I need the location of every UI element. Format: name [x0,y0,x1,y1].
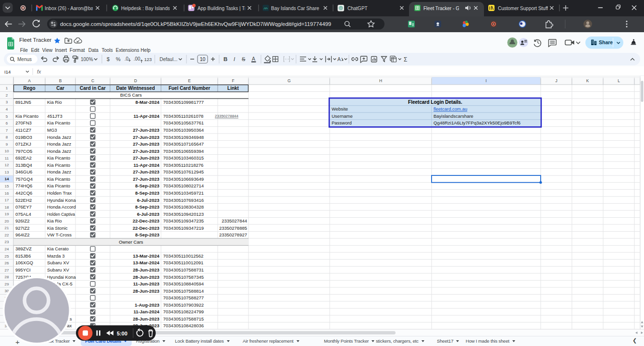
svg-text:927IZ2: 927IZ2 [15,225,30,231]
svg-text:D: D [134,78,137,83]
svg-text:23350278844: 23350278844 [215,114,238,118]
svg-text:22-Dec-2023: 22-Dec-2023 [133,225,159,231]
svg-text:Website: Website [332,106,348,111]
svg-text:22: 22 [5,233,9,237]
svg-text:Honda Jazz: Honda Jazz [47,169,71,174]
svg-text:Qg48Rzi1A6Lty7FPq3a2XYk50Ejo9B: Qg48Rzi1A6Lty7FPq3a2XYk50Ejo9B9Tcf6 [433,120,520,125]
svg-text:7034305107612945: 7034305107612945 [163,169,204,174]
svg-text:27-Jun-2023: 27-Jun-2023 [133,127,160,133]
svg-text:27-Jun-2023: 27-Jun-2023 [133,148,160,154]
svg-text:891JN5: 891JN5 [15,99,31,105]
svg-text:28-Jun-2023: 28-Jun-2023 [133,274,160,280]
svg-text:7034305108840594: 7034305108840594 [163,281,204,286]
svg-text:7034305108304328: 7034305108304328 [163,204,204,210]
svg-text:1: 1 [6,86,8,90]
svg-text:27: 27 [5,268,9,272]
svg-text:Honda Jazz: Honda Jazz [47,141,71,147]
svg-text:7034305109347219: 7034305109347219 [163,225,204,231]
svg-text:7034305110218276: 7034305110218276 [163,162,204,168]
svg-text:28-Jun-2023: 28-Jun-2023 [133,316,160,321]
svg-text:7034305109347235: 7034305109347235 [163,218,204,223]
svg-text:7034305106559394: 7034305106559394 [163,148,204,154]
svg-text:Fleetcard Login Details.: Fleetcard Login Details. [408,99,462,105]
svg-text:3: 3 [6,100,8,104]
svg-text:5: 5 [6,114,8,119]
svg-text:389ZVZ: 389ZVZ [15,246,32,251]
svg-text:Kia Stonic: Kia Stonic [47,225,68,231]
svg-text:4: 4 [6,107,8,111]
svg-text:27-Jun-2023: 27-Jun-2023 [133,155,160,161]
svg-text:7034305109981777: 7034305109981777 [163,99,204,105]
svg-text:26: 26 [5,261,9,265]
svg-text:19: 19 [5,212,9,216]
svg-text:7034305107588277: 7034305107588277 [163,295,204,300]
svg-text:995YCI: 995YCI [15,267,31,272]
svg-text:076EY7: 076EY7 [15,204,32,210]
svg-text:L: L [618,78,620,83]
svg-text:Kia Picanto: Kia Picanto [47,176,70,182]
svg-text:797CO5: 797CO5 [15,148,32,154]
svg-text:MG3: MG3 [47,127,57,133]
svg-text:7034305107587345: 7034305107587345 [163,274,204,280]
svg-text:7034305108428036: 7034305108428036 [163,323,204,328]
svg-text:442CQ6: 442CQ6 [15,190,32,196]
svg-text:11: 11 [5,156,9,161]
svg-text:071ZKJ: 071ZKJ [15,141,31,147]
svg-text:Kia Picanto: Kia Picanto [15,113,38,119]
svg-text:27-Jun-2023: 27-Jun-2023 [133,169,160,174]
svg-text:Owner Cars: Owner Cars [119,239,143,245]
svg-text:Kia Picanto: Kia Picanto [47,120,70,125]
svg-text:1-Aug-2023: 1-Aug-2023 [135,302,159,308]
svg-text:21: 21 [5,226,9,230]
svg-text:451JT3: 451JT3 [47,113,62,119]
svg-text:6-Jul-2023: 6-Jul-2023 [137,198,159,203]
svg-text:8-Sep-2023: 8-Sep-2023 [135,190,159,196]
svg-text:28-Jun-2023: 28-Jun-2023 [133,267,160,272]
svg-text:7034305108022714: 7034305108022714 [163,183,204,188]
svg-text:11-Apr-2024: 11-Apr-2024 [134,113,160,119]
svg-text:8: 8 [6,135,8,139]
svg-text:313BQ4: 313BQ4 [15,162,32,168]
svg-text:Subaru XV: Subaru XV [47,267,70,272]
svg-text:7034305107588731: 7034305107588731 [163,267,204,272]
svg-text:E: E [188,78,191,83]
svg-text:Hyundai Kona: Hyundai Kona [47,198,76,203]
svg-text:774HQ6: 774HQ6 [15,183,32,188]
svg-text:22-Dec-2023: 22-Dec-2023 [133,218,159,223]
svg-text:Username: Username [332,113,353,119]
svg-text:H: H [379,78,382,83]
svg-text:Honda Jazz: Honda Jazz [47,148,71,154]
svg-text:27-Jun-2023: 27-Jun-2023 [133,141,160,147]
svg-text:C: C [91,78,94,83]
svg-text:Password: Password [332,120,352,125]
svg-text:13-Mar-2024: 13-Mar-2024 [133,253,160,259]
svg-text:8-Sep-2023: 8-Sep-2023 [135,183,159,188]
svg-text:27-Jun-2023: 27-Jun-2023 [133,135,160,140]
svg-text:Honda Jazz: Honda Jazz [47,135,71,140]
svg-text:411CZ7: 411CZ7 [15,127,31,133]
svg-text:7034305103950364: 7034305103950364 [163,127,204,133]
svg-text:106XGQ: 106XGQ [15,260,33,265]
svg-text:A: A [28,78,31,83]
svg-text:Mazda 3: Mazda 3 [47,253,64,259]
svg-text:24: 24 [5,247,9,251]
svg-text:346GU6: 346GU6 [15,169,32,174]
svg-text:522EH2: 522EH2 [15,198,32,203]
svg-text:7034305103459721: 7034305103459721 [163,190,204,196]
svg-text:8-Mar-2024: 8-Mar-2024 [136,99,160,105]
svg-text:11-Jun-2023: 11-Jun-2023 [133,281,159,286]
svg-text:270FN3: 270FN3 [15,120,32,125]
svg-text:7034305109346948: 7034305109346948 [163,135,204,140]
svg-text:926IZ2: 926IZ2 [15,218,30,223]
svg-text:fleetcard.com.au: fleetcard.com.au [433,106,467,111]
svg-text:7034305107903922: 7034305107903922 [163,302,204,308]
svg-text:Kia Picanto: Kia Picanto [47,162,70,168]
svg-text:964IZ2: 964IZ2 [15,232,30,237]
svg-text:6-Jul-2023: 6-Jul-2023 [137,211,159,217]
svg-text:7034305107693416: 7034305107693416 [163,198,204,203]
svg-text:Bayislandscarshare: Bayislandscarshare [433,113,473,119]
svg-text:7034305107165647: 7034305107165647 [163,141,204,147]
svg-text:7: 7 [6,128,8,133]
svg-text:Kia Cerato: Kia Cerato [47,246,69,251]
svg-text:27-Jun-2023: 27-Jun-2023 [133,176,160,182]
